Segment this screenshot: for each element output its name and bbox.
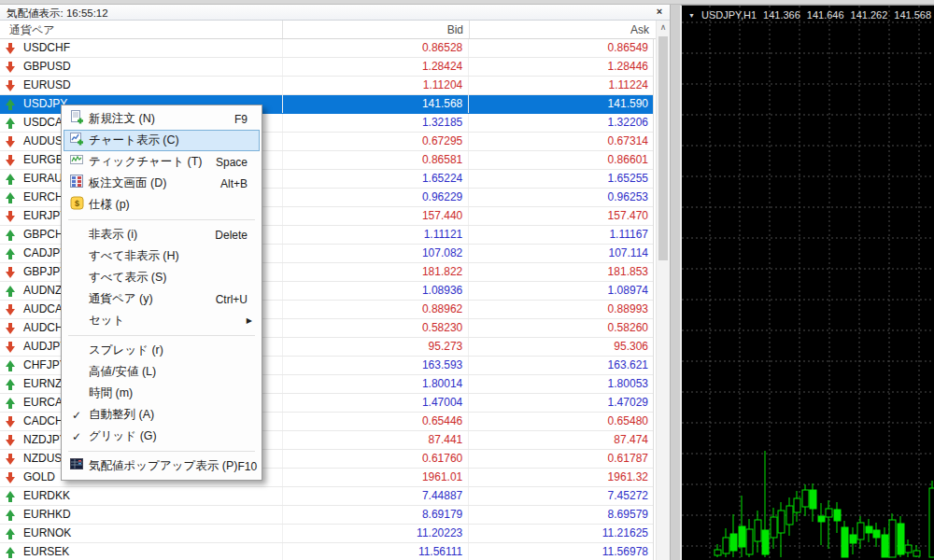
menu-item-specification[interactable]: $仕様 (p): [64, 194, 260, 216]
menu-item-hide-all[interactable]: すべて非表示 (H): [64, 245, 260, 267]
up-arrow-icon: [6, 398, 15, 409]
ask-value: 0.86549: [469, 39, 653, 57]
menu-item-label: 自動整列 (A): [89, 407, 259, 423]
market-row-gbpusd[interactable]: GBPUSD1.284241.28446: [0, 58, 653, 77]
menu-item-show-all[interactable]: すべて表示 (S): [64, 267, 260, 288]
symbol-label: EURSEK: [23, 543, 69, 560]
chart-header: ▼ USDJPY,H1 141.366 141.646 141.262 141.…: [688, 9, 931, 21]
svg-text:$: $: [74, 199, 78, 208]
symbol-label: USDCHF: [23, 39, 70, 57]
ask-value: 0.67314: [469, 133, 653, 150]
symbol-label: EURDKK: [23, 487, 70, 505]
up-arrow-icon: [6, 379, 15, 390]
bid-value: 0.86528: [283, 39, 470, 57]
scrollbar-thumb[interactable]: [658, 36, 668, 260]
price-chart-canvas[interactable]: [682, 6, 934, 560]
up-arrow-icon: [6, 99, 15, 110]
up-arrow-icon: [6, 248, 15, 259]
column-header-bid[interactable]: Bid: [283, 21, 470, 38]
market-row-eurusd[interactable]: EURUSD1.112041.11224: [0, 77, 653, 95]
ask-value: 11.56978: [469, 543, 653, 560]
bid-value: 1.80014: [283, 375, 470, 393]
menu-item-label: すべて非表示 (H): [89, 248, 259, 264]
menu-item-label: 仕様 (p): [89, 197, 259, 213]
ask-value: 0.86601: [469, 151, 653, 169]
scroll-up-icon[interactable]: ∧: [657, 21, 670, 35]
ask-value: 1.32206: [469, 114, 653, 132]
ask-value: 1.08974: [469, 282, 653, 300]
market-row-eurdkk[interactable]: EURDKK7.448877.45272: [0, 487, 653, 506]
bid-value: 1.32185: [283, 114, 470, 132]
ask-value: 7.45272: [469, 487, 653, 505]
chart-open-value: 141.366: [763, 9, 800, 21]
market-row-eurhkd[interactable]: EURHKD8.691798.69579: [0, 506, 653, 525]
ask-value: 163.621: [469, 357, 653, 374]
menu-item-time[interactable]: 時間 (m): [64, 383, 260, 404]
down-arrow-icon: [6, 62, 15, 73]
menu-item-hide[interactable]: 非表示 (i)Delete: [64, 224, 260, 245]
close-icon[interactable]: ×: [652, 6, 667, 19]
menu-item-chart-display[interactable]: チャート表示 (C): [64, 130, 260, 151]
bid-value: 1961.01: [283, 469, 470, 486]
up-arrow-icon: [6, 491, 15, 502]
ask-value: 0.65480: [469, 413, 653, 430]
ask-value: 11.21625: [469, 525, 653, 542]
menu-item-dom[interactable]: 板注文画面 (D)Alt+B: [64, 173, 260, 194]
market-watch-scrollbar[interactable]: ∧: [656, 21, 670, 560]
chart-high-value: 141.646: [807, 9, 844, 21]
down-arrow-icon: [6, 43, 15, 54]
bid-value: 0.88962: [283, 301, 470, 318]
menu-item-label: 通貨ペア (y): [89, 291, 216, 307]
market-row-eursek[interactable]: EURSEK11.5611111.56978: [0, 543, 653, 560]
menu-item-shortcut: Alt+B: [220, 177, 259, 190]
bid-value: 1.47004: [283, 394, 470, 412]
symbol-cell: USDCHF: [0, 39, 283, 57]
menu-item-popup-prices[interactable]: 気配値ポップアップ表示 (P)F10: [64, 455, 260, 477]
bid-value: 1.28424: [283, 58, 470, 76]
bid-value: 0.86581: [283, 151, 470, 169]
down-arrow-icon: [6, 472, 15, 483]
menu-item-label: 時間 (m): [89, 385, 259, 401]
ask-value: 157.470: [469, 207, 653, 225]
menu-separator: [68, 219, 255, 220]
chart-low-value: 141.262: [851, 9, 888, 21]
bid-value: 87.441: [283, 431, 470, 449]
symbol-cell: EURHKD: [0, 506, 283, 524]
bid-value: 141.568: [283, 95, 470, 113]
up-arrow-icon: [6, 360, 15, 371]
bid-value: 0.67295: [283, 133, 470, 150]
up-arrow-icon: [6, 118, 15, 129]
chart-symbol-period: USDJPY,H1: [701, 9, 757, 21]
menu-item-tick-chart[interactable]: ティックチャート (T)Space: [64, 151, 260, 173]
symbol-cell: GBPUSD: [0, 58, 283, 76]
bid-value: 1.11204: [283, 77, 470, 94]
menu-item-high-low[interactable]: 高値/安値 (L): [64, 361, 260, 383]
market-row-usdchf[interactable]: USDCHF0.865280.86549: [0, 39, 653, 58]
bid-value: 8.69179: [283, 506, 470, 524]
down-arrow-icon: [6, 454, 15, 465]
column-header-symbol[interactable]: 通貨ペア: [0, 21, 283, 38]
market-row-eurnok[interactable]: EURNOK11.2022311.21625: [0, 525, 653, 543]
chart-dropdown-icon[interactable]: ▼: [688, 12, 695, 19]
menu-item-grid[interactable]: ✓グリッド (G): [64, 426, 260, 447]
symbol-label: EURNOK: [23, 525, 71, 542]
menu-item-label: スプレッド (r): [89, 343, 259, 358]
menu-item-shortcut: F10: [237, 460, 268, 473]
bid-value: 7.44887: [283, 487, 470, 505]
column-header-ask[interactable]: Ask: [470, 21, 654, 38]
down-arrow-icon: [6, 416, 15, 427]
menu-item-sets[interactable]: セット▶: [64, 310, 260, 331]
bid-value: 0.96229: [283, 189, 470, 206]
bid-value: 157.440: [283, 207, 470, 225]
symbol-label: GOLD: [23, 469, 55, 486]
menu-item-label: セット: [89, 313, 259, 329]
menu-item-symbols[interactable]: 通貨ペア (y)Ctrl+U: [64, 288, 260, 310]
market-watch-titlebar[interactable]: 気配値表示: 16:55:12 ×: [0, 5, 670, 21]
menu-item-auto-arrange[interactable]: ✓自動整列 (A): [64, 404, 260, 426]
spec-icon: $: [70, 196, 84, 214]
tick-chart-icon: [70, 153, 84, 171]
menu-item-new-order[interactable]: 新規注文 (N)F9: [64, 108, 260, 130]
symbol-cell: EURNOK: [0, 525, 283, 542]
bid-value: 95.273: [283, 338, 470, 356]
menu-item-spread[interactable]: スプレッド (r): [64, 340, 260, 361]
